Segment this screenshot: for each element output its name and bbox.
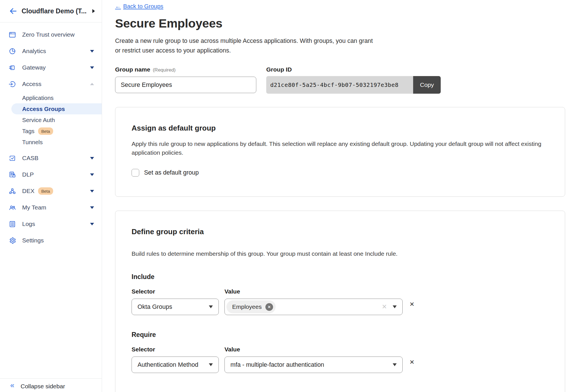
group-name-label: Group name [115,66,150,73]
chip-remove-icon[interactable]: ✕ [265,303,273,311]
sidebar-item-label: Logs [22,221,35,227]
collapse-sidebar-button[interactable]: « Collapse sidebar [0,378,102,392]
back-link-label: Back to Groups [123,3,163,10]
back-arrow-glyph: ← [115,3,121,10]
analytics-pie-icon [9,47,16,55]
casb-icon [9,154,16,162]
sidebar-item-label: Access [22,81,41,87]
beta-badge: Beta [38,187,53,195]
team-people-icon [9,204,16,211]
sidebar-item-dlp[interactable]: DLP [0,166,102,183]
back-to-groups-link[interactable]: ← Back to Groups [115,3,163,10]
group-name-field-group: Group name(Required) [115,66,256,94]
chevron-down-icon [393,305,397,308]
sidebar-item-analytics[interactable]: Analytics [0,43,102,59]
sidebar-item-dex[interactable]: DEX Beta [0,183,102,199]
group-identity-row: Group name(Required) Group ID d21ce80f-5… [115,66,568,94]
page-description: Create a new rule group to use across mu… [115,36,568,55]
copy-button[interactable]: Copy [413,76,441,94]
include-rule-row: Selector Value Okta Groups Employees ✕ ✕ [132,288,549,315]
sidebar-item-casb[interactable]: CASB [0,150,102,166]
group-id-label: Group ID [266,66,441,73]
chevron-down-icon[interactable] [90,66,94,69]
sidebar-item-label: CASB [22,155,38,162]
chevron-down-icon [209,305,213,308]
include-value-multiselect[interactable]: Employees ✕ ✕ [224,299,403,315]
back-arrow-icon[interactable] [9,7,18,16]
sidebar-subitem-label: Access Groups [22,106,65,112]
sidebar-item-label: Analytics [22,48,46,54]
selected-option: mfa - multiple-factor authentication [230,361,324,368]
sidebar-nav: Zero Trust overview Analytics Gateway [0,22,102,249]
sidebar-item-label: DEX [22,188,34,194]
include-selector-dropdown[interactable]: Okta Groups [132,299,219,315]
sidebar-item-label: My Team [22,204,46,211]
sidebar-item-zero-trust-overview[interactable]: Zero Trust overview [0,26,102,43]
require-value-dropdown[interactable]: mfa - multiple-factor authentication [224,357,403,373]
require-heading: Require [132,331,549,339]
required-hint: (Required) [153,67,176,73]
sidebar-item-tags[interactable]: Tags Beta [0,125,102,137]
sidebar-item-tunnels[interactable]: Tunnels [0,137,102,148]
selected-option: Authentication Method [138,361,198,368]
main-content: ← Back to Groups Secure Employees Create… [102,0,568,392]
sidebar-item-access[interactable]: Access [0,76,102,92]
chevron-down-icon[interactable] [90,206,94,209]
overview-icon [9,31,16,39]
card-title: Define group criteria [132,227,549,236]
chevron-down-icon [393,363,397,366]
include-heading: Include [132,273,549,281]
sidebar-item-access-groups[interactable]: Access Groups [11,103,102,114]
sidebar-subitem-label: Tunnels [22,139,43,146]
zero-trust-dashboard: Cloudflare Demo (T... Zero Trust overvie… [0,0,568,392]
chevron-down-icon[interactable] [90,223,94,225]
chip-label: Employees [232,303,262,310]
account-expand-icon[interactable] [92,9,95,13]
group-id-field-group: Group ID d21ce80f-5a25-4bcf-9b07-5032197… [266,66,441,94]
chevron-down-icon[interactable] [90,173,94,176]
collapse-sidebar-label: Collapse sidebar [20,383,65,390]
chevron-down-icon[interactable] [90,190,94,192]
gateway-icon [9,64,16,72]
chevron-up-icon[interactable] [90,83,94,85]
checkbox-label: Set as default group [144,169,199,176]
sidebar-item-label: Settings [22,237,44,244]
sidebar-item-service-auth[interactable]: Service Auth [0,114,102,125]
group-name-input[interactable] [115,77,256,93]
sidebar-item-my-team[interactable]: My Team [0,199,102,216]
remove-include-rule-icon[interactable]: ✕ [409,301,549,308]
sidebar-item-applications[interactable]: Applications [0,92,102,103]
clear-values-icon[interactable]: ✕ [382,303,387,311]
chevron-down-icon[interactable] [90,157,94,160]
value-chip: Employees ✕ [226,300,276,313]
card-body-line: Apply this rule group to new application… [132,139,549,148]
access-login-icon [9,80,16,88]
sidebar: Cloudflare Demo (T... Zero Trust overvie… [0,0,102,392]
checkbox[interactable] [132,169,139,177]
define-group-criteria-card: Define group criteria Build rules to det… [115,211,565,392]
chevrons-left-icon: « [10,381,14,390]
page-title: Secure Employees [115,16,568,30]
value-column-label: Value [224,288,403,295]
require-selector-dropdown[interactable]: Authentication Method [132,357,219,373]
dex-network-icon [9,187,16,195]
sidebar-subitem-label: Tags [22,128,34,135]
description-line: or restrict user access to your applicat… [115,46,568,55]
dlp-document-lock-icon [9,171,16,179]
description-line: Create a new rule group to use across mu… [115,36,568,46]
group-id-value: d21ce80f-5a25-4bcf-9b07-5032197e3be8 [266,76,413,94]
account-title: Cloudflare Demo (T... [22,7,92,15]
beta-badge: Beta [38,127,53,135]
sidebar-subitem-label: Applications [22,95,54,101]
chevron-down-icon[interactable] [90,50,94,53]
chevron-down-icon [209,363,213,366]
sidebar-item-logs[interactable]: Logs [0,216,102,232]
require-rule-row: Selector Value Authentication Method mfa… [132,346,549,373]
logs-list-icon [9,220,16,228]
sidebar-item-gateway[interactable]: Gateway [0,59,102,76]
remove-require-rule-icon[interactable]: ✕ [409,359,549,366]
assign-default-group-card: Assign as default group Apply this rule … [115,107,565,197]
sidebar-item-settings[interactable]: Settings [0,232,102,249]
value-column-label: Value [224,346,403,353]
set-default-group-checkbox-row[interactable]: Set as default group [132,169,549,177]
